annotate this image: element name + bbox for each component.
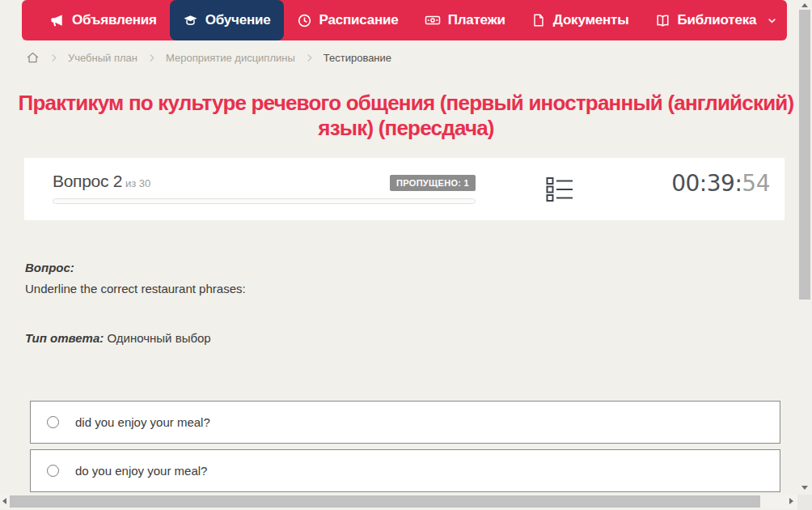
document-icon (531, 13, 546, 28)
scrollbar-corner (797, 495, 812, 510)
lms-test-page: Объявления Обучение Расписание Платежи Д… (0, 0, 812, 510)
question-list-icon[interactable] (546, 176, 573, 206)
question-total-label: из 30 (125, 177, 150, 189)
nav-item-learning[interactable]: Обучение (170, 0, 284, 40)
home-icon[interactable] (26, 51, 40, 65)
vertical-scrollbar[interactable] (797, 0, 812, 495)
horizontal-scrollbar-thumb[interactable] (10, 495, 760, 508)
top-nav: Объявления Обучение Расписание Платежи Д… (22, 0, 787, 40)
horizontal-scrollbar[interactable] (0, 495, 797, 508)
question-header-row: Вопрос 2из 30 ПРОПУЩЕНО: 1 (53, 172, 476, 191)
timer-hours-minutes: 00:39: (671, 170, 742, 197)
timer: 00:39:54 (671, 170, 770, 197)
page-title: Практикум по культуре речевого общения (… (18, 91, 794, 140)
skipped-badge: ПРОПУЩЕНО: 1 (390, 175, 476, 191)
nav-label: Объявления (72, 12, 157, 28)
question-body: Вопрос: Underline the correct restaurant… (25, 261, 777, 295)
open-book-icon (655, 13, 670, 28)
answer-option-label: did you enjoy your meal? (75, 415, 210, 429)
answer-option-1[interactable]: did you enjoy your meal? (30, 401, 780, 444)
chevron-right-icon (305, 53, 314, 62)
answer-type-label: Тип ответа: (25, 331, 104, 345)
answer-type-row: Тип ответа: Одиночный выбор (25, 331, 211, 345)
radio-button[interactable] (47, 465, 59, 477)
chevron-down-icon (767, 15, 777, 26)
nav-label: Библиотека (678, 12, 757, 28)
scroll-up-arrow[interactable] (801, 3, 808, 7)
nav-item-schedule[interactable]: Расписание (284, 0, 412, 40)
radio-button[interactable] (47, 416, 59, 428)
scroll-down-arrow[interactable] (801, 486, 808, 490)
nav-item-library[interactable]: Библиотека (642, 0, 791, 40)
question-header-card: Вопрос 2из 30 ПРОПУЩЕНО: 1 00:39:54 (24, 158, 785, 220)
nav-label: Обучение (205, 12, 271, 28)
question-number: Вопрос 2из 30 (53, 172, 150, 191)
nav-item-announcements[interactable]: Объявления (36, 0, 170, 40)
question-text: Underline the correct restaurant phrases… (25, 282, 777, 295)
banknote-icon (425, 12, 441, 28)
nav-item-documents[interactable]: Документы (518, 0, 642, 40)
nav-label: Платежи (448, 12, 505, 28)
breadcrumb-discipline-event[interactable]: Мероприятие дисциплины (166, 52, 295, 64)
chevron-right-icon (49, 53, 58, 62)
breadcrumb-study-plan[interactable]: Учебный план (68, 52, 137, 64)
breadcrumb: Учебный план Мероприятие дисциплины Тест… (26, 51, 391, 65)
answer-option-label: do you enjoy your meal? (75, 464, 207, 478)
answer-option-2[interactable]: do you enjoy your meal? (30, 449, 780, 492)
scroll-left-arrow[interactable] (2, 498, 6, 504)
answer-type-value: Одиночный выбор (107, 331, 210, 345)
graduation-cap-icon (183, 13, 198, 28)
chevron-right-icon (147, 53, 156, 62)
timer-seconds: 54 (742, 170, 770, 197)
nav-label: Расписание (319, 12, 399, 28)
scroll-right-arrow[interactable] (789, 498, 793, 504)
megaphone-icon (49, 13, 65, 28)
progress-bar (53, 198, 476, 204)
nav-item-payments[interactable]: Платежи (412, 0, 518, 40)
question-label: Вопрос: (25, 261, 777, 274)
question-number-label: Вопрос 2 (53, 172, 122, 190)
vertical-scrollbar-thumb[interactable] (799, 10, 810, 300)
nav-label: Документы (553, 12, 629, 28)
clock-icon (297, 13, 312, 28)
breadcrumb-testing: Тестирование (324, 52, 391, 64)
